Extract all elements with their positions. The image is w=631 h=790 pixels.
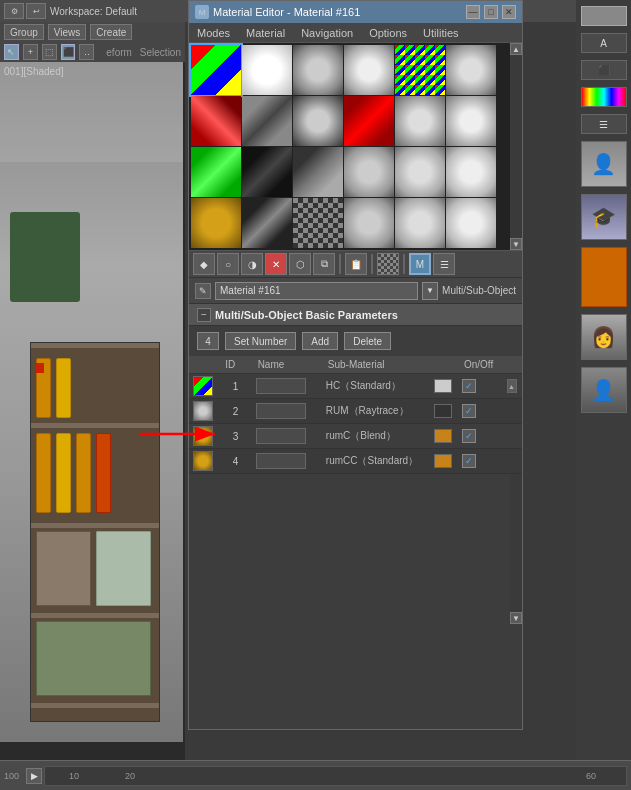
menu-options[interactable]: Options <box>361 23 415 42</box>
material-editor-title: Material Editor - Material #161 <box>213 6 462 18</box>
swatch-2[interactable] <box>293 45 343 95</box>
swatch-19[interactable] <box>242 198 292 248</box>
create-button[interactable]: Create <box>90 24 132 40</box>
pick-btn[interactable]: ⬡ <box>289 253 311 275</box>
row2-color-box[interactable] <box>434 404 452 418</box>
menu-modes[interactable]: Modes <box>189 23 238 42</box>
swatch-9[interactable] <box>344 96 394 146</box>
col-header-id: ID <box>219 356 251 374</box>
put-to-scene-btn[interactable]: 📋 <box>345 253 367 275</box>
row3-name-input[interactable] <box>256 428 306 444</box>
right-tool-btn3[interactable]: ☰ <box>581 114 627 134</box>
row4-name-input[interactable] <box>256 453 306 469</box>
swatches-scroll-down[interactable]: ▼ <box>510 238 522 250</box>
close-button[interactable]: ✕ <box>502 5 516 19</box>
swatch-0[interactable] <box>191 45 241 95</box>
views-button[interactable]: Views <box>48 24 87 40</box>
show-map-btn[interactable]: M <box>409 253 431 275</box>
swatch-12[interactable] <box>191 147 241 197</box>
copy-btn[interactable]: ⧉ <box>313 253 335 275</box>
swatch-13[interactable] <box>242 147 292 197</box>
swatch-21[interactable] <box>344 198 394 248</box>
menu-utilities[interactable]: Utilities <box>415 23 466 42</box>
selection-region-icon[interactable]: ⬚ <box>42 44 57 60</box>
more-icon[interactable]: ‥ <box>79 44 94 60</box>
row2-thumb[interactable] <box>193 401 213 421</box>
row1-thumb[interactable] <box>193 376 213 396</box>
swatch-6[interactable] <box>191 96 241 146</box>
right-color-bar[interactable] <box>581 6 627 26</box>
panel-collapse-btn[interactable]: − <box>197 308 211 322</box>
set-number-button[interactable]: Set Number <box>225 332 296 350</box>
swatch-11[interactable] <box>446 96 496 146</box>
panel-header: − Multi/Sub-Object Basic Parameters <box>189 304 522 326</box>
param-btn[interactable]: ☰ <box>433 253 455 275</box>
row1-scroll-btn[interactable]: ▲ <box>507 379 517 393</box>
swatch-8[interactable] <box>293 96 343 146</box>
highlight-btn[interactable]: ◑ <box>241 253 263 275</box>
right-tool-btn1[interactable]: A <box>581 33 627 53</box>
menu-navigation[interactable]: Navigation <box>293 23 361 42</box>
move-icon[interactable]: + <box>23 44 38 60</box>
select-icon[interactable]: ↖ <box>4 44 19 60</box>
selection-label: Selection <box>140 47 181 58</box>
shelf-unit <box>30 342 160 722</box>
backlight-btn[interactable]: ○ <box>217 253 239 275</box>
row2-submaterial[interactable]: RUM（Raytrace） <box>322 399 430 424</box>
right-tool-btn2[interactable]: ⬛ <box>581 60 627 80</box>
swatch-4[interactable] <box>395 45 445 95</box>
minimize-button[interactable]: — <box>466 5 480 19</box>
undo-icon[interactable]: ↩ <box>26 3 46 19</box>
panel-scroll-down-btn[interactable]: ▼ <box>510 612 522 624</box>
menu-material[interactable]: Material <box>238 23 293 42</box>
play-button[interactable]: ▶ <box>26 768 42 784</box>
row3-color-box[interactable] <box>434 429 452 443</box>
row4-checkbox[interactable]: ✓ <box>462 454 476 468</box>
thumbnail-1: 👤 <box>581 141 627 187</box>
row4-color-box[interactable] <box>434 454 452 468</box>
add-button[interactable]: Add <box>302 332 338 350</box>
external-thumbnail[interactable] <box>581 247 627 307</box>
row1-name-input[interactable] <box>256 378 306 394</box>
swatch-7[interactable] <box>242 96 292 146</box>
material-name-input[interactable] <box>215 282 418 300</box>
swatch-17[interactable] <box>446 147 496 197</box>
swatch-3[interactable] <box>344 45 394 95</box>
row3-checkbox[interactable]: ✓ <box>462 429 476 443</box>
row2-name-input[interactable] <box>256 403 306 419</box>
transform-icon[interactable]: ⬛ <box>61 44 76 60</box>
row2-checkbox[interactable]: ✓ <box>462 404 476 418</box>
swatch-10[interactable] <box>395 96 445 146</box>
tick-label-10: 10 <box>69 771 79 781</box>
row1-color-box[interactable] <box>434 379 452 393</box>
checker-btn[interactable] <box>377 253 399 275</box>
row4-thumb[interactable] <box>193 451 213 471</box>
swatch-1[interactable] <box>242 45 292 95</box>
swatches-scroll-up[interactable]: ▲ <box>510 43 522 55</box>
group-button[interactable]: Group <box>4 24 44 40</box>
row3-thumb-cell <box>189 424 219 449</box>
row3-thumb[interactable] <box>193 426 213 446</box>
delete-btn[interactable]: ✕ <box>265 253 287 275</box>
workspace-icon[interactable]: ⚙ <box>4 3 24 19</box>
sample-type-btn[interactable]: ◆ <box>193 253 215 275</box>
swatch-20[interactable] <box>293 198 343 248</box>
row4-submaterial[interactable]: rumCC（Standard） <box>322 449 430 474</box>
row1-checkbox[interactable]: ✓ <box>462 379 476 393</box>
swatch-16[interactable] <box>395 147 445 197</box>
material-editor-icon: M <box>195 5 209 19</box>
swatch-23[interactable] <box>446 198 496 248</box>
swatch-15[interactable] <box>344 147 394 197</box>
swatch-18[interactable] <box>191 198 241 248</box>
right-rainbow-bar[interactable] <box>581 87 627 107</box>
swatch-22[interactable] <box>395 198 445 248</box>
eyedropper-btn[interactable]: ✎ <box>195 283 211 299</box>
bottom-bar: 100 ▶ 10 20 60 <box>0 760 631 790</box>
swatch-14[interactable] <box>293 147 343 197</box>
material-dropdown-btn[interactable]: ▼ <box>422 282 438 300</box>
delete-button[interactable]: Delete <box>344 332 391 350</box>
row1-submaterial[interactable]: HC（Standard） <box>322 374 430 399</box>
row3-submaterial[interactable]: rumC（Blend） <box>322 424 430 449</box>
maximize-button[interactable]: □ <box>484 5 498 19</box>
swatch-5[interactable] <box>446 45 496 95</box>
